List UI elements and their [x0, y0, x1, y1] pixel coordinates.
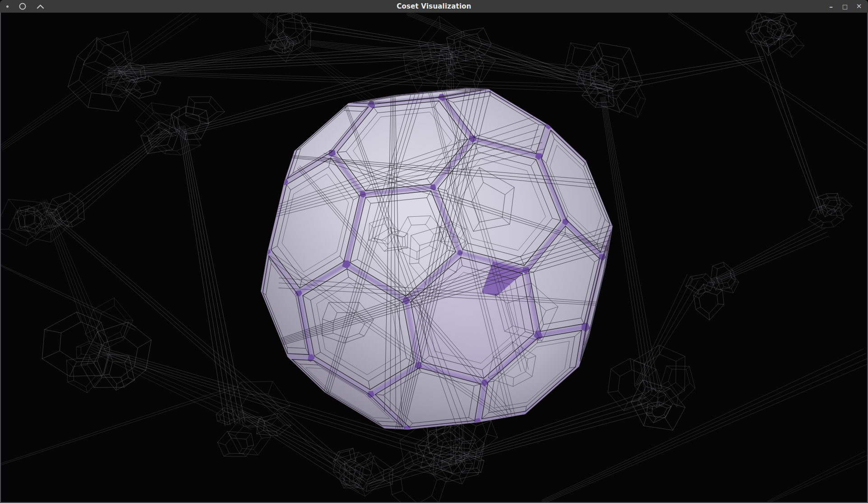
app-dot-icon[interactable] — [6, 5, 9, 8]
titlebar[interactable]: Coset Visualization – □ ✕ — [0, 0, 868, 13]
coset-3d-canvas[interactable] — [1, 13, 867, 502]
record-circle-icon[interactable] — [18, 2, 27, 10]
viewport — [0, 13, 868, 503]
chevron-up-icon[interactable] — [37, 4, 44, 9]
window-title: Coset Visualization — [0, 2, 868, 10]
minimize-button[interactable]: – — [826, 1, 836, 12]
window-controls: – □ ✕ — [826, 1, 868, 12]
titlebar-left-icons — [0, 2, 44, 10]
close-button[interactable]: ✕ — [854, 1, 864, 12]
maximize-button[interactable]: □ — [840, 1, 850, 12]
app-window: Coset Visualization – □ ✕ — [0, 0, 868, 503]
